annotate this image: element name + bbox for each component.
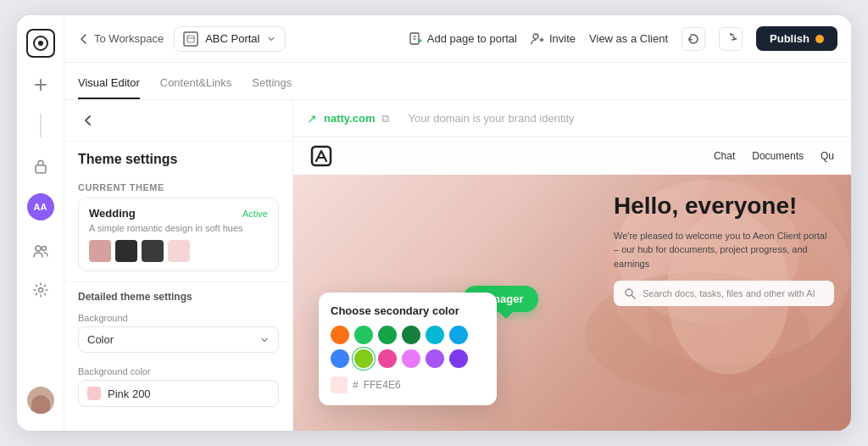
color-hex-swatch <box>331 376 348 393</box>
view-client-button[interactable]: View as a Client <box>589 32 668 45</box>
back-link-label: To Workspace <box>94 32 164 45</box>
url-text[interactable]: natty.com <box>324 112 375 125</box>
nav-more[interactable]: Qu <box>821 150 834 162</box>
invite-label: Invite <box>549 32 576 45</box>
color-orange[interactable] <box>331 326 349 344</box>
add-page-button[interactable]: Add page to portal <box>409 32 517 46</box>
main-content: To Workspace ABC Portal <box>64 15 851 431</box>
color-pink[interactable] <box>378 349 397 368</box>
editor-area: Theme settings Current theme Wedding Act… <box>64 100 851 431</box>
invite-icon <box>531 32 544 46</box>
color-hex-value[interactable]: FFE4E6 <box>364 379 401 391</box>
url-link-icon: ↗ <box>307 112 317 125</box>
theme-colors <box>89 240 268 262</box>
theme-swatch-4 <box>168 240 190 262</box>
svg-rect-8 <box>187 36 194 42</box>
nav-chat[interactable]: Chat <box>714 150 735 162</box>
portal-icon <box>183 31 198 47</box>
svg-point-26 <box>626 289 632 296</box>
detailed-section-title: Detailed theme settings <box>64 282 292 308</box>
hero-title: Hello, everyone! <box>614 192 834 220</box>
url-bar-inner: ↗ natty.com ⧉ <box>307 112 389 125</box>
website-nav: Chat Documents Qu <box>293 137 851 175</box>
add-page-label: Add page to portal <box>427 32 517 45</box>
svg-point-7 <box>38 288 42 293</box>
bg-color-preview[interactable]: Pink 200 <box>78 380 279 407</box>
svg-point-15 <box>533 34 538 39</box>
color-blue[interactable] <box>331 349 349 368</box>
bg-color-name: Pink 200 <box>108 387 151 400</box>
color-green-1[interactable] <box>354 326 373 344</box>
hash-symbol: # <box>353 379 359 391</box>
tab-visual-editor[interactable]: Visual Editor <box>78 76 140 99</box>
theme-swatch-2 <box>115 240 137 262</box>
preview-panel: ↗ natty.com ⧉ Your domain is your brand … <box>293 100 851 431</box>
color-violet[interactable] <box>449 349 468 368</box>
color-picker-title: Choose secondary color <box>331 304 485 317</box>
bg-color-label: Background color <box>64 361 292 380</box>
color-green-3[interactable] <box>402 326 420 344</box>
background-value: Color <box>87 333 114 346</box>
settings-title: Theme settings <box>64 142 292 174</box>
svg-line-27 <box>632 296 636 299</box>
chevron-select-icon <box>259 335 270 345</box>
background-label: Background <box>64 308 292 326</box>
color-green-2[interactable] <box>378 326 397 344</box>
view-client-label: View as a Client <box>589 32 668 45</box>
copy-url-icon[interactable]: ⧉ <box>381 112 389 125</box>
color-cyan[interactable] <box>426 326 444 344</box>
color-picker-popup: Choose secondary color <box>319 293 497 405</box>
settings-panel: Theme settings Current theme Wedding Act… <box>64 100 293 431</box>
search-placeholder: Search docs, tasks, files and other with… <box>643 288 815 298</box>
color-lime[interactable] <box>354 349 373 368</box>
nav-documents[interactable]: Documents <box>752 150 804 162</box>
users-icon[interactable] <box>29 239 53 263</box>
redo-button[interactable] <box>719 27 743 51</box>
tab-settings[interactable]: Settings <box>252 76 292 99</box>
hero-content: Hello, everyone! We're pleased to welcom… <box>614 192 834 306</box>
tab-content-links[interactable]: Content&Links <box>160 76 232 99</box>
portal-selector[interactable]: ABC Portal <box>174 26 286 52</box>
color-purple[interactable] <box>426 349 444 368</box>
background-select[interactable]: Color <box>78 326 279 353</box>
search-icon <box>624 287 636 299</box>
hero-desc: We're pleased to welcome you to Aeon Cli… <box>614 229 834 271</box>
hero-search[interactable]: Search docs, tasks, files and other with… <box>614 281 834 306</box>
color-fuchsia[interactable] <box>402 349 420 368</box>
chevron-down-icon <box>266 34 276 44</box>
color-sky[interactable] <box>449 326 468 344</box>
color-hex-row: # FFE4E6 <box>331 376 485 393</box>
svg-rect-4 <box>36 165 46 173</box>
theme-name: Wedding <box>89 207 136 220</box>
website-nav-links: Chat Documents Qu <box>714 150 834 162</box>
current-theme-label: Current theme <box>64 174 292 198</box>
add-icon[interactable] <box>29 73 53 97</box>
preview-url-bar: ↗ natty.com ⧉ Your domain is your brand … <box>293 100 851 137</box>
url-tagline: Your domain is your brand identity <box>408 112 574 125</box>
publish-button[interactable]: Publish <box>756 26 837 51</box>
theme-active-badge: Active <box>242 209 268 219</box>
gear-icon[interactable] <box>29 278 53 302</box>
bg-color-dot <box>87 387 101 400</box>
website-preview: Chat Documents Qu <box>293 137 851 431</box>
tabs-bar: Visual Editor Content&Links Settings <box>64 63 851 100</box>
sidebar-logo[interactable] <box>26 29 55 58</box>
avatar[interactable] <box>27 387 54 414</box>
theme-desc: A simple romantic design in soft hues <box>89 223 268 233</box>
back-link[interactable]: To Workspace <box>78 32 164 45</box>
settings-back-button[interactable] <box>78 110 98 131</box>
theme-swatch-1 <box>89 240 111 262</box>
topbar: To Workspace ABC Portal <box>64 15 851 63</box>
topbar-actions: Add page to portal Invite View as a Clie… <box>409 26 837 51</box>
color-grid <box>331 326 485 368</box>
aa-badge[interactable]: AA <box>27 193 54 220</box>
publish-label: Publish <box>770 32 810 45</box>
publish-status-dot <box>815 35 824 43</box>
theme-card-header: Wedding Active <box>89 207 268 220</box>
undo-button[interactable] <box>682 27 705 51</box>
hero-section: Hello, everyone! We're pleased to welcom… <box>293 175 851 431</box>
lock-icon[interactable] <box>29 154 53 178</box>
sidebar-divider <box>40 114 42 137</box>
theme-card[interactable]: Wedding Active A simple romantic design … <box>78 198 279 271</box>
invite-button[interactable]: Invite <box>531 32 576 46</box>
